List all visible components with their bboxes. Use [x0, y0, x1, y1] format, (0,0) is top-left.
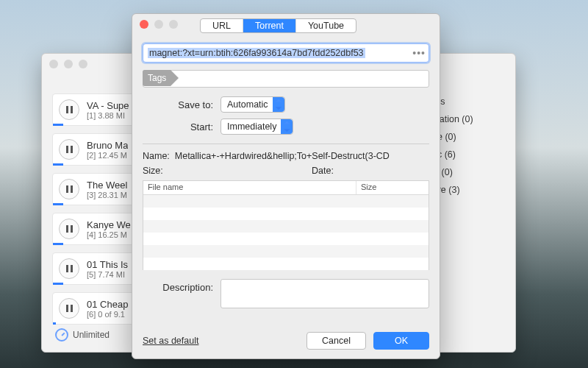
pause-button[interactable]	[59, 219, 79, 239]
pause-button[interactable]	[59, 298, 79, 319]
pause-button[interactable]	[59, 258, 79, 279]
source-segmented-control[interactable]: URL Torrent YouTube	[200, 18, 356, 33]
start-label: Start:	[143, 121, 220, 132]
pause-button[interactable]	[59, 179, 79, 199]
download-title: 01 Cheap	[87, 299, 128, 310]
ok-button[interactable]: OK	[373, 332, 429, 350]
pause-icon	[66, 146, 73, 153]
more-icon[interactable]: •••	[412, 44, 426, 62]
description-input[interactable]	[220, 279, 429, 308]
pause-icon	[66, 185, 73, 193]
file-list-table[interactable]: File name Size	[143, 180, 429, 270]
progress-bar	[53, 243, 63, 245]
tags-chip-label: Tags	[143, 70, 171, 86]
table-row	[143, 233, 429, 245]
table-row	[143, 220, 429, 233]
zoom-icon	[169, 20, 178, 29]
download-title: 01 This Is	[87, 259, 128, 270]
progress-bar	[53, 163, 63, 166]
set-as-default-link[interactable]: Set as default	[143, 336, 198, 346]
table-header: File name Size	[143, 181, 429, 195]
magnet-url-input[interactable]: magnet:?xt=urn:btih:626fa993614a7bd7fdd2…	[143, 43, 429, 63]
status-text: Unlimited	[73, 330, 110, 340]
table-row	[143, 258, 429, 270]
download-title: Bruno Ma	[87, 140, 128, 151]
progress-bar	[53, 124, 63, 126]
tab-torrent[interactable]: Torrent	[243, 19, 296, 32]
tab-youtube[interactable]: YouTube	[296, 19, 356, 32]
torrent-meta: Name: Metallica+-+Hardwired&hellip;To+Se…	[143, 151, 429, 176]
save-to-label: Save to:	[143, 99, 220, 110]
start-select[interactable]: Immediately	[220, 118, 293, 135]
pause-icon	[66, 106, 73, 113]
tags-input[interactable]: Tags	[143, 70, 429, 88]
col-size[interactable]: Size	[356, 181, 429, 194]
pause-button[interactable]	[59, 139, 79, 160]
torrent-name-value: Metallica+-+Hardwired&hellip;To+Self-Des…	[175, 151, 390, 161]
download-subtitle: [2] 12.45 M	[87, 151, 128, 160]
progress-bar	[53, 203, 63, 205]
minimize-icon	[154, 20, 163, 29]
save-to-select[interactable]: Automatic	[220, 96, 285, 113]
download-subtitle: [3] 28.31 M	[87, 191, 127, 199]
close-icon[interactable]	[49, 60, 58, 68]
start-value: Immediately	[227, 121, 276, 132]
download-title: VA - Supe	[87, 100, 129, 111]
dialog-footer: Set as default Cancel OK	[143, 332, 429, 350]
size-label: Size:	[143, 166, 163, 176]
status-bar: Unlimited	[55, 328, 110, 342]
pause-button[interactable]	[59, 99, 79, 120]
traffic-lights-modal	[140, 20, 178, 29]
download-subtitle: [6] 0 of 9.1	[87, 310, 128, 319]
pause-icon	[66, 305, 73, 312]
date-label: Date:	[312, 166, 334, 176]
download-subtitle: [5] 7.74 MI	[87, 270, 128, 279]
close-icon[interactable]	[140, 20, 148, 29]
download-title: Kanye We	[87, 219, 131, 230]
name-label: Name:	[143, 151, 170, 161]
progress-bar	[53, 283, 63, 285]
zoom-icon[interactable]	[79, 60, 87, 68]
pause-icon	[66, 225, 73, 233]
table-row	[143, 245, 429, 258]
traffic-lights-back	[49, 60, 87, 68]
save-to-value: Automatic	[227, 99, 268, 110]
table-body	[143, 195, 429, 270]
progress-bar	[53, 322, 56, 325]
minimize-icon[interactable]	[64, 60, 73, 68]
description-label: Description:	[143, 279, 220, 293]
divider	[143, 144, 429, 144]
description-row: Description:	[143, 279, 429, 308]
stepper-icon	[273, 97, 284, 112]
col-filename[interactable]: File name	[143, 181, 356, 194]
magnet-url-value: magnet:?xt=urn:btih:626fa993614a7bd7fdd2…	[148, 48, 365, 58]
stepper-icon	[281, 119, 293, 134]
table-row	[143, 208, 429, 220]
table-row	[143, 195, 429, 208]
tab-url[interactable]: URL	[201, 19, 243, 32]
download-title: The Weel	[87, 180, 127, 191]
download-subtitle: [1] 3.88 MI	[87, 111, 129, 120]
cancel-button[interactable]: Cancel	[306, 332, 366, 350]
add-download-dialog: URL Torrent YouTube magnet:?xt=urn:btih:…	[132, 13, 440, 359]
pause-icon	[66, 265, 73, 272]
speed-gauge-icon	[55, 328, 68, 342]
download-subtitle: [4] 16.25 M	[87, 230, 131, 239]
